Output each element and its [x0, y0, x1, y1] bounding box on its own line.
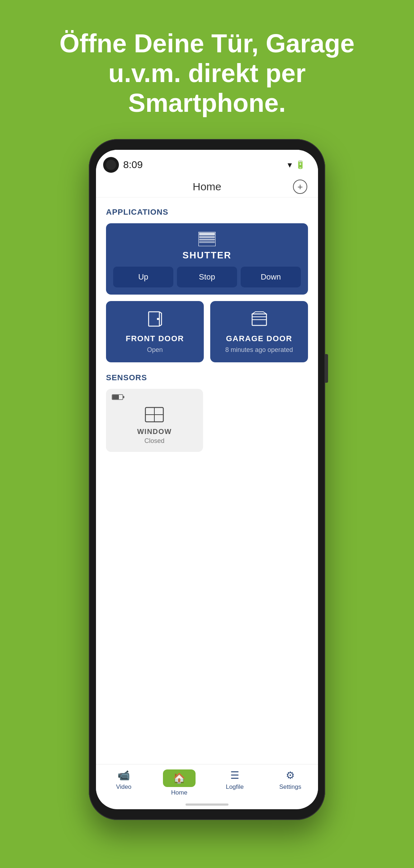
bottom-nav: 📹 Video 🏠 Home ☰ Logfile ⚙ Settings: [96, 764, 318, 803]
front-door-status: Open: [147, 346, 163, 354]
shutter-card: SHUTTER Up Stop Down: [106, 223, 308, 295]
phone-side-button: [324, 354, 328, 383]
sensor-battery-icon: [112, 394, 125, 402]
nav-item-home[interactable]: 🏠 Home: [151, 769, 207, 796]
sensors-section: SENSORS: [106, 373, 308, 452]
nav-label-video: Video: [116, 783, 131, 791]
garage-door-name: GARAGE DOOR: [226, 334, 292, 343]
wifi-icon: ▾: [288, 160, 292, 170]
svg-point-6: [157, 318, 159, 320]
svg-rect-9: [112, 395, 119, 399]
applications-section-label: APPLICATIONS: [106, 208, 308, 217]
nav-label-logfile: Logfile: [226, 783, 244, 791]
status-left: 8:09: [103, 157, 143, 173]
nav-label-settings: Settings: [279, 783, 301, 791]
status-right: ▾ 🔋: [288, 160, 305, 170]
shutter-up-button[interactable]: Up: [113, 267, 173, 287]
nav-item-settings[interactable]: ⚙ Settings: [263, 769, 318, 796]
window-sensor-status: Closed: [144, 437, 164, 445]
front-door-name: FRONT DOOR: [126, 334, 184, 343]
logfile-icon: ☰: [230, 769, 239, 781]
nav-item-video[interactable]: 📹 Video: [96, 769, 151, 796]
phone-screen: 8:09 ▾ 🔋 Home + APPLICATIONS: [96, 150, 318, 809]
sensors-section-label: SENSORS: [106, 373, 308, 382]
svg-rect-0: [199, 233, 215, 235]
hero-text: Öffne Deine Tür, Garage u.v.m. direkt pe…: [31, 29, 383, 118]
svg-rect-10: [123, 396, 124, 398]
sensor-icon-area: WINDOW Closed: [113, 407, 196, 445]
svg-rect-3: [199, 241, 215, 243]
front-door-card[interactable]: FRONT DOOR Open: [106, 301, 204, 362]
status-time: 8:09: [123, 159, 143, 171]
home-icon: 🏠: [173, 773, 186, 784]
scroll-content: APPLICATIONS SHUTTER: [96, 197, 318, 764]
settings-icon: ⚙: [286, 769, 295, 781]
garage-door-card[interactable]: GARAGE DOOR 8 minutes ago operated: [210, 301, 308, 362]
svg-rect-1: [199, 236, 215, 238]
shutter-down-button[interactable]: Down: [241, 267, 301, 287]
add-button[interactable]: +: [293, 180, 307, 194]
window-sensor-card: WINDOW Closed: [106, 389, 203, 452]
phone-mockup: 8:09 ▾ 🔋 Home + APPLICATIONS: [89, 139, 325, 820]
window-sensor-name: WINDOW: [137, 428, 172, 436]
phone-notch: [178, 143, 236, 148]
shutter-name: SHUTTER: [183, 250, 232, 261]
top-bar: Home +: [96, 176, 318, 197]
shutter-icon-area: SHUTTER: [113, 232, 301, 261]
status-bar: 8:09 ▾ 🔋: [96, 150, 318, 176]
shutter-stop-button[interactable]: Stop: [177, 267, 237, 287]
window-icon: [145, 407, 164, 423]
nav-label-home: Home: [171, 789, 187, 796]
screen-title: Home: [193, 181, 221, 193]
garage-door-status: 8 minutes ago operated: [225, 346, 293, 354]
nav-item-logfile[interactable]: ☰ Logfile: [207, 769, 263, 796]
shutter-icon: [198, 232, 216, 246]
front-camera: [103, 157, 119, 173]
home-indicator: [186, 803, 228, 806]
svg-rect-2: [199, 239, 215, 240]
door-cards-row: FRONT DOOR Open GA: [106, 301, 308, 362]
garage-door-icon: [251, 311, 267, 328]
video-icon: 📹: [117, 769, 130, 781]
phone-shell: 8:09 ▾ 🔋 Home + APPLICATIONS: [89, 139, 325, 820]
battery-icon: 🔋: [295, 160, 305, 170]
shutter-buttons: Up Stop Down: [113, 267, 301, 287]
front-door-icon: [147, 311, 163, 328]
